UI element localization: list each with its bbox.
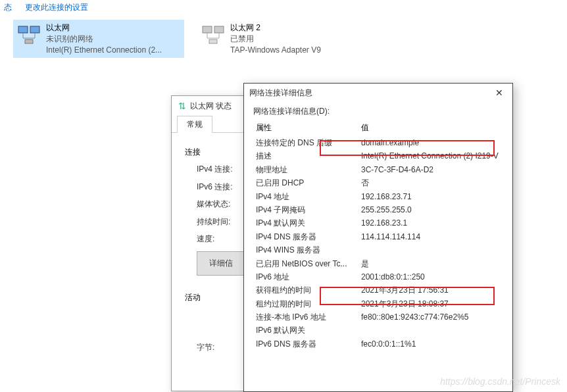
adapter-status: 未识别的网络	[46, 34, 162, 45]
value-cell: 是	[358, 257, 503, 270]
tab-general[interactable]: 常规	[177, 116, 212, 133]
value-cell: 否	[358, 176, 503, 189]
property-cell: IPv4 WINS 服务器	[253, 243, 358, 257]
adapter-text: 以太网 2 已禁用 TAP-Windows Adapter V9	[230, 22, 321, 55]
value-cell: 2021年3月23日 17:56:31	[358, 283, 503, 297]
svg-rect-11	[209, 39, 217, 43]
property-cell: 物理地址	[253, 163, 358, 176]
close-icon[interactable]: ✕	[491, 87, 507, 98]
property-cell: IPv4 默认网关	[253, 216, 358, 230]
details-table: 属性 值 连接特定的 DNS 后缀domain.example描述Intel(R…	[253, 120, 503, 351]
table-row[interactable]: IPv4 默认网关192.168.23.1	[253, 216, 503, 230]
value-cell	[358, 324, 503, 337]
table-row[interactable]: IPv6 默认网关	[253, 324, 503, 337]
svg-rect-6	[203, 26, 212, 33]
value-cell: 2021年3月23日 18:08:37	[358, 297, 503, 310]
table-row[interactable]: 已启用 DHCP否	[253, 176, 503, 189]
value-cell: 2001:db8:0:1::250	[358, 270, 503, 283]
svg-rect-5	[25, 39, 33, 43]
adapter-list: 以太网 未识别的网络 Intel(R) Ethernet Connection …	[0, 14, 567, 63]
property-cell: 描述	[253, 149, 358, 162]
adapter-status: 已禁用	[230, 34, 321, 45]
window-title: 以太网 状态	[190, 101, 232, 112]
property-cell: 连接特定的 DNS 后缀	[253, 136, 358, 149]
window-title: 网络连接详细信息	[249, 87, 312, 99]
col-property: 属性	[253, 120, 358, 136]
svg-rect-0	[18, 26, 28, 33]
value-cell: 3C-7C-3F-D4-6A-D2	[358, 163, 503, 176]
network-details-window: 网络连接详细信息 ✕ 网络连接详细信息(D): 属性 值 连接特定的 DNS 后…	[243, 83, 513, 392]
watermark: https://blog.csdn.net/Princesk	[440, 376, 560, 387]
table-row[interactable]: IPv4 地址192.168.23.71	[253, 190, 503, 203]
property-cell: IPv4 DNS 服务器	[253, 230, 358, 243]
property-cell: IPv6 默认网关	[253, 324, 358, 337]
value-cell: 255.255.255.0	[358, 203, 503, 216]
table-row[interactable]: IPv6 地址2001:db8:0:1::250	[253, 270, 503, 283]
property-cell: 连接-本地 IPv6 地址	[253, 310, 358, 324]
toolbar-status[interactable]: 态	[4, 2, 12, 13]
adapter-ethernet2[interactable]: 以太网 2 已禁用 TAP-Windows Adapter V9	[197, 20, 368, 58]
table-row[interactable]: IPv4 子网掩码255.255.255.0	[253, 203, 503, 216]
property-cell: IPv4 子网掩码	[253, 203, 358, 216]
network-adapter-icon	[16, 22, 42, 49]
value-cell: fe80::80e1:9243:c774:76e2%5	[358, 310, 503, 324]
adapter-ethernet[interactable]: 以太网 未识别的网络 Intel(R) Ethernet Connection …	[13, 20, 184, 58]
window-titlebar[interactable]: 网络连接详细信息 ✕	[244, 84, 512, 102]
property-cell: IPv6 地址	[253, 270, 358, 283]
property-cell: 已启用 NetBIOS over Tc...	[253, 257, 358, 270]
adapter-name: 以太网 2	[230, 22, 321, 34]
table-row[interactable]: 获得租约的时间2021年3月23日 17:56:31	[253, 283, 503, 297]
property-cell: 租约过期的时间	[253, 297, 358, 310]
toolbar: 态 更改此连接的设置	[0, 0, 567, 14]
table-row[interactable]: 连接-本地 IPv6 地址fe80::80e1:9243:c774:76e2%5	[253, 310, 503, 324]
value-cell: fec0:0:0:1::1%1	[358, 337, 503, 351]
table-row[interactable]: 物理地址3C-7C-3F-D4-6A-D2	[253, 163, 503, 176]
value-cell	[358, 243, 503, 257]
table-row[interactable]: IPv4 WINS 服务器	[253, 243, 503, 257]
adapter-name: 以太网	[46, 22, 162, 34]
value-cell: Intel(R) Ethernet Connection (2) I219-V	[358, 149, 503, 162]
property-cell: IPv6 DNS 服务器	[253, 337, 358, 351]
table-row[interactable]: 描述Intel(R) Ethernet Connection (2) I219-…	[253, 149, 503, 162]
property-cell: 已启用 DHCP	[253, 176, 358, 189]
property-cell: IPv4 地址	[253, 190, 358, 203]
table-row[interactable]: 已启用 NetBIOS over Tc...是	[253, 257, 503, 270]
value-cell: 114.114.114.114	[358, 230, 503, 243]
table-body: 连接特定的 DNS 后缀domain.example描述Intel(R) Eth…	[253, 136, 503, 351]
adapter-text: 以太网 未识别的网络 Intel(R) Ethernet Connection …	[46, 22, 162, 55]
details-button[interactable]: 详细信	[197, 251, 245, 275]
table-row[interactable]: 连接特定的 DNS 后缀domain.example	[253, 136, 503, 149]
toolbar-change-settings[interactable]: 更改此连接的设置	[25, 2, 88, 13]
table-row[interactable]: IPv6 DNS 服务器fec0:0:0:1::1%1	[253, 337, 503, 351]
network-adapter-icon	[200, 22, 226, 49]
svg-rect-7	[214, 26, 224, 33]
table-row[interactable]: 租约过期的时间2021年3月23日 18:08:37	[253, 297, 503, 310]
value-cell: 192.168.23.1	[358, 216, 503, 230]
details-label: 网络连接详细信息(D):	[244, 102, 512, 120]
property-cell: 获得租约的时间	[253, 283, 358, 297]
svg-rect-1	[30, 26, 39, 33]
adapter-device: Intel(R) Ethernet Connection (2...	[46, 45, 162, 56]
value-cell: domain.example	[358, 136, 503, 149]
ethernet-icon: ⇅	[178, 101, 186, 111]
table-header: 属性 值	[253, 120, 503, 136]
table-row[interactable]: IPv4 DNS 服务器114.114.114.114	[253, 230, 503, 243]
col-value: 值	[358, 120, 503, 136]
adapter-device: TAP-Windows Adapter V9	[230, 45, 321, 56]
value-cell: 192.168.23.71	[358, 190, 503, 203]
